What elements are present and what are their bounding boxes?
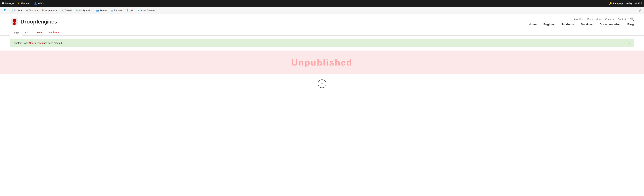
careers-link[interactable]: Careers [605, 18, 614, 20]
engines-nav-link[interactable]: Engines [544, 23, 555, 26]
edit-pencil-icon [635, 2, 637, 5]
star-icon [17, 2, 20, 5]
hamburger-icon [2, 2, 4, 5]
configuration-label: Configuration [79, 9, 92, 12]
content-icon [10, 9, 13, 12]
help-label: Help [130, 9, 134, 12]
extend-icon [61, 9, 64, 12]
logo-suffix: engines [38, 18, 57, 25]
admin-bar-left: Manage Shortcuts admin [2, 2, 44, 5]
structure-icon [26, 9, 28, 12]
drupal-nav-appearance[interactable]: Appearance [40, 7, 59, 14]
success-message: Content Page Our Services has been creat… [10, 39, 634, 47]
main-nav: Home Engines Products Services Documenta… [528, 23, 634, 26]
top-nav-right: About Us For investors Careers Contact 🔍… [528, 17, 634, 26]
configuration-icon [76, 9, 78, 12]
paragraph-overlay-label: Paragraph overlay [613, 2, 632, 5]
drupal-nav-items: ContentStructureAppearanceExtendConfigur… [8, 7, 158, 14]
unpublished-label: Unpublished [7, 57, 637, 68]
extend-label: Extend [65, 9, 72, 12]
content-label: Content [14, 9, 22, 12]
site-header-top: Drooplengines About Us For investors Car… [10, 17, 634, 26]
logo-text: Drooplengines [20, 18, 57, 25]
drupal-nav-about-droopler[interactable]: About Droopler [136, 7, 158, 14]
drupal-nav: ContentStructureAppearanceExtendConfigur… [0, 7, 644, 14]
drupal-nav-structure[interactable]: Structure [24, 7, 40, 14]
tab-delete[interactable]: Delete [32, 30, 46, 36]
appearance-icon [42, 9, 44, 12]
site-area: Drooplengines About Us For investors Car… [0, 14, 644, 93]
about-droopler-icon [138, 9, 140, 12]
people-label: People [100, 9, 106, 12]
unpublished-banner: Unpublished [0, 50, 644, 74]
logo-brand: Droopl [20, 18, 38, 25]
drupal-nav-configuration[interactable]: Configuration [74, 7, 94, 14]
shortcuts-button[interactable]: Shortcuts [17, 2, 31, 5]
reports-label: Reports [114, 9, 122, 12]
structure-label: Structure [29, 9, 38, 12]
contact-link[interactable]: Contact [618, 18, 626, 20]
add-button-area: + [0, 74, 644, 93]
person-icon [34, 2, 37, 5]
drupal-home-icon[interactable] [1, 7, 8, 14]
tab-revisions[interactable]: Revisions [46, 30, 62, 36]
products-nav-link[interactable]: Products [562, 23, 574, 26]
manage-button[interactable]: Manage [2, 2, 14, 5]
drupal-nav-help[interactable]: Help [124, 7, 136, 14]
success-message-text: Content Page Our Services has been creat… [14, 42, 62, 44]
appearance-label: Appearance [45, 9, 57, 12]
documentation-nav-link[interactable]: Documentation [600, 23, 620, 26]
add-content-button[interactable]: + [318, 80, 326, 88]
edit-button[interactable]: Edit [635, 2, 642, 5]
admin-bar-right: Paragraph overlay Edit [609, 2, 642, 5]
admin-bar: Manage Shortcuts admin Paragraph overlay… [0, 0, 644, 7]
edit-label: Edit [638, 2, 642, 5]
manage-label: Manage [5, 2, 14, 5]
site-logo-icon [10, 17, 19, 26]
reports-icon [111, 9, 113, 12]
admin-label: admin [38, 2, 44, 5]
paragraph-overlay-button[interactable]: Paragraph overlay [609, 2, 632, 5]
home-nav-link[interactable]: Home [528, 23, 536, 26]
nav-separator: ⇄ [637, 7, 643, 14]
content-tabs: View Edit Delete Revisions [0, 28, 644, 36]
help-icon [126, 9, 129, 12]
for-investors-link[interactable]: For investors [587, 18, 601, 20]
drupal-nav-extend[interactable]: Extend [59, 7, 74, 14]
services-nav-link[interactable]: Services [581, 23, 593, 26]
search-button[interactable]: 🔍 [630, 17, 634, 21]
success-suffix: has been created. [43, 42, 62, 44]
tab-view[interactable]: View [10, 30, 22, 36]
paragraph-overlay-icon [609, 2, 612, 5]
drupal-nav-content[interactable]: Content [8, 7, 24, 14]
people-icon [96, 9, 99, 12]
shortcuts-label: Shortcuts [20, 2, 31, 5]
drupal-nav-people[interactable]: People [94, 7, 108, 14]
success-page-name: Our Services [29, 42, 43, 44]
blog-nav-link[interactable]: Blog [627, 23, 634, 26]
about-droopler-label: About Droopler [140, 9, 155, 12]
drupal-logo-icon [3, 8, 6, 12]
logo-area: Drooplengines [10, 17, 57, 26]
about-us-link[interactable]: About Us [574, 18, 583, 20]
site-header: Drooplengines About Us For investors Car… [0, 14, 644, 28]
success-close-button[interactable]: × [628, 42, 630, 44]
drupal-nav-reports[interactable]: Reports [109, 7, 124, 14]
success-prefix: Content Page [14, 42, 29, 44]
tab-edit[interactable]: Edit [22, 30, 32, 36]
admin-user-button[interactable]: admin [34, 2, 44, 5]
secondary-nav: About Us For investors Careers Contact 🔍 [574, 17, 634, 21]
